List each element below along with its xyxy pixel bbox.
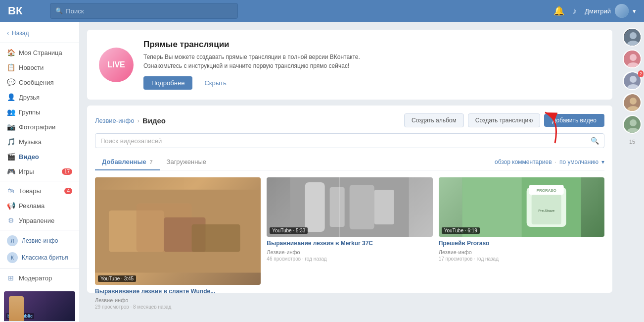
svg-rect-9: [350, 185, 374, 229]
svg-point-20: [630, 32, 637, 39]
live-title: Прямые трансляции: [143, 40, 360, 50]
sidebar-item-video[interactable]: 🎬 Видео: [0, 149, 79, 164]
photos-icon: 📷: [7, 123, 15, 131]
svg-point-26: [630, 76, 637, 83]
video-thumb-1: YouTube · 3:45: [95, 177, 261, 285]
sidebar-item-messages[interactable]: 💬 Сообщения: [0, 75, 79, 90]
svg-rect-5: [192, 224, 240, 252]
tab-uploaded[interactable]: Загруженные: [160, 154, 213, 170]
sidebar-item-my-page[interactable]: 🏠 Моя Страница: [0, 45, 79, 60]
group-lezvie-icon: Л: [7, 235, 18, 246]
sidebar-item-manage[interactable]: ⚙ Управление: [0, 213, 79, 228]
sidebar-label-news: Новости: [19, 64, 44, 71]
sidebar-advertisement[interactable]: boompublic Пиши где хочешь и для: [4, 291, 75, 322]
sidebar-group-klassika[interactable]: К Классика бритья: [0, 249, 79, 266]
sidebar-group-lezvie[interactable]: Л Лезвие-инфо: [0, 232, 79, 249]
top-navigation: ВК 🔍 🔔 ♪ Дмитрий ▾: [0, 0, 644, 22]
right-badge-count: 2: [638, 70, 644, 77]
live-text-content: Прямые трансляции Теперь Вы можете созда…: [143, 40, 360, 90]
video-channel-1: Лезвие-инфо: [95, 297, 261, 303]
notifications-icon[interactable]: 🔔: [553, 5, 564, 16]
right-avatar-4[interactable]: [623, 93, 642, 112]
sort-label[interactable]: по умолчанию: [559, 159, 598, 165]
sidebar-item-friends[interactable]: 👤 Друзья: [0, 90, 79, 105]
breadcrumb-parent[interactable]: Лезвие-инфо: [95, 117, 135, 124]
home-icon: 🏠: [7, 49, 15, 56]
sidebar-item-news[interactable]: 📋 Новости: [0, 60, 79, 75]
svg-point-32: [630, 119, 637, 126]
more-button[interactable]: Подробнее: [143, 76, 192, 90]
svg-rect-7: [305, 182, 325, 232]
sidebar-item-groups[interactable]: 👥 Группы: [0, 105, 79, 119]
sidebar-label-ads: Реклама: [19, 202, 45, 210]
sidebar-label-friends: Друзья: [19, 94, 40, 101]
svg-rect-10: [374, 190, 394, 224]
filter-label[interactable]: обзор комментариев: [495, 159, 552, 165]
create-album-button[interactable]: Создать альбом: [404, 113, 464, 127]
back-arrow-icon: ‹: [7, 30, 9, 37]
video-card-3[interactable]: PRORASO Pre-Shave YouTube · 6:19 Прешейв…: [439, 177, 604, 285]
svg-text:PRORASO: PRORASO: [536, 188, 556, 193]
video-header: Лезвие-инфо › Видео Создать альбом Созда…: [95, 113, 604, 127]
right-avatar-2[interactable]: [623, 50, 642, 68]
video-grid: YouTube · 3:45 Выравнивание лезвия в сла…: [95, 177, 604, 285]
video-card-1[interactable]: YouTube · 3:45 Выравнивание лезвия в сла…: [95, 177, 261, 285]
breadcrumb-current: Видео: [142, 116, 166, 125]
ads-icon: 📢: [7, 202, 15, 210]
ad-person-graphic: [9, 296, 24, 321]
video-action-buttons: Создать альбом Создать трансляцию Добави…: [404, 113, 604, 127]
create-stream-button[interactable]: Создать трансляцию: [468, 113, 540, 127]
group-klassika-icon: К: [7, 252, 18, 263]
video-search-input[interactable]: [100, 137, 591, 145]
sidebar-item-ads[interactable]: 📢 Реклама: [0, 198, 79, 213]
username-label: Дмитрий: [585, 7, 611, 15]
live-description: Теперь Вы можете создавать прямые трансл…: [143, 53, 360, 70]
svg-point-29: [630, 98, 637, 105]
news-icon: 📋: [7, 63, 15, 71]
sidebar-ad-container: boompublic Пиши где хочешь и для: [0, 285, 79, 322]
hide-button[interactable]: Скрыть: [197, 76, 233, 90]
add-video-button[interactable]: Добавить видео: [544, 114, 604, 127]
video-card-2[interactable]: YouTube · 5:33 Выравнивание лезвия в Mer…: [267, 177, 432, 285]
right-avatar-5[interactable]: [623, 115, 642, 134]
sidebar-label-video: Видео: [19, 153, 39, 161]
sidebar-group-klassika-label: Классика бритья: [22, 254, 68, 261]
video-duration-1: YouTube · 3:45: [98, 275, 136, 282]
right-sidebar-count: 15: [629, 139, 635, 145]
search-icon: 🔍: [55, 7, 63, 14]
right-avatar-1[interactable]: [623, 28, 642, 47]
sidebar-item-games[interactable]: 🎮 Игры 17: [0, 164, 79, 179]
ad-image: boompublic: [4, 291, 75, 321]
video-section: Лезвие-инфо › Видео Создать альбом Созда…: [87, 106, 612, 293]
thumb-1-img: [95, 177, 261, 285]
left-sidebar: ‹ Назад 🏠 Моя Страница 📋 Новости 💬 Сообщ…: [0, 22, 79, 322]
music-nav-icon[interactable]: ♪: [572, 6, 577, 16]
video-meta-3: 17 просмотров · год назад: [439, 256, 604, 262]
goods-badge: 4: [64, 188, 72, 194]
tab-added-count: 7: [149, 159, 152, 165]
back-button[interactable]: ‹ Назад: [0, 26, 79, 41]
sidebar-item-photos[interactable]: 📷 Фотографии: [0, 119, 79, 134]
tab-added[interactable]: Добавленные 7: [95, 154, 160, 170]
search-input[interactable]: [66, 7, 232, 15]
video-title-2: Выравнивание лезвия в Merkur 37C: [267, 240, 432, 248]
goods-icon: 🛍: [7, 187, 15, 195]
moderator-icon: ⊞: [7, 274, 15, 282]
svg-rect-8: [330, 187, 345, 227]
search-bar: 🔍: [50, 3, 238, 19]
sidebar-label-goods: Товары: [19, 187, 41, 195]
right-avatar-3-container: 2: [623, 71, 642, 90]
video-channel-2: Лезвие-инфо: [267, 249, 432, 255]
video-search-bar: 🔍: [95, 133, 604, 148]
sidebar-item-goods[interactable]: 🛍 Товары 4: [0, 183, 79, 198]
sidebar-moderator-label: Модератор: [19, 274, 52, 282]
user-menu[interactable]: Дмитрий ▾: [585, 4, 636, 18]
vk-logo[interactable]: ВК: [8, 4, 22, 17]
breadcrumb-separator: ›: [138, 117, 139, 124]
live-banner: LIVE Прямые трансляции Теперь Вы можете …: [87, 30, 612, 100]
video-thumb-2: YouTube · 5:33: [267, 177, 432, 237]
sidebar-label-my-page: Моя Страница: [19, 49, 62, 56]
sidebar-item-moderator[interactable]: ⊞ Модератор: [0, 270, 79, 285]
sidebar-divider-4: [0, 268, 79, 268]
sidebar-item-music[interactable]: 🎵 Музыка: [0, 134, 79, 149]
